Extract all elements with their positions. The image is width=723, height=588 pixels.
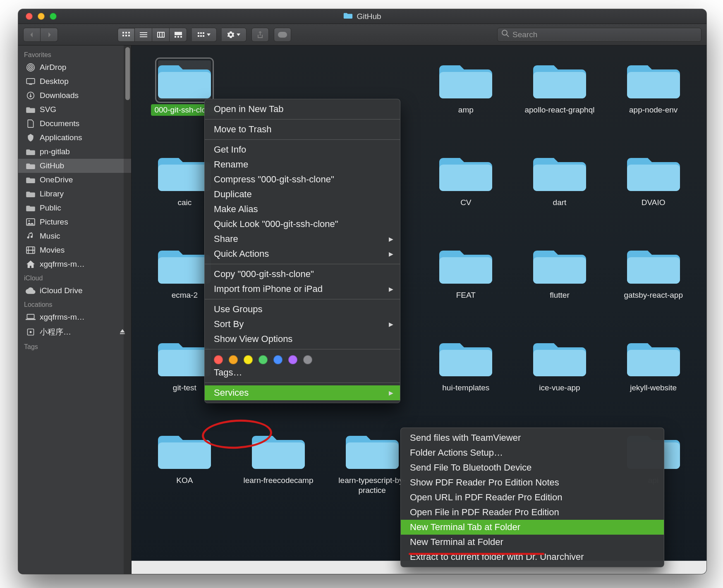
forward-button[interactable] <box>41 28 58 42</box>
tag-color[interactable] <box>259 355 268 364</box>
ctx-separator <box>205 349 400 349</box>
ctx-separator <box>205 382 400 383</box>
ctx-open-new-tab[interactable]: Open in New Tab <box>205 102 400 117</box>
services-item[interactable]: Show PDF Reader Pro Edition Notes <box>401 475 664 490</box>
ctx-get-info[interactable]: Get Info <box>205 142 400 157</box>
folder-item[interactable]: apollo-react-graphql <box>515 58 605 151</box>
tag-color[interactable] <box>303 355 312 364</box>
services-item[interactable]: Send files with TeamViewer <box>401 430 664 445</box>
ctx-import-iphone[interactable]: Import from iPhone or iPad <box>205 282 400 296</box>
folder-item[interactable]: hui-templates <box>421 336 511 428</box>
sidebar-item[interactable]: 小程序… <box>18 324 131 340</box>
sidebar-item[interactable]: Documents <box>18 117 131 131</box>
minimize-window-button[interactable] <box>38 13 45 20</box>
pictures-icon <box>26 218 36 226</box>
tag-color[interactable] <box>273 355 282 364</box>
folder-item[interactable]: app-node-env <box>608 58 698 151</box>
ctx-make-alias[interactable]: Make Alias <box>205 202 400 217</box>
services-item[interactable]: New Terminal at Folder <box>401 535 664 550</box>
icon-view-button[interactable] <box>117 28 135 42</box>
sidebar-scrollbar[interactable] <box>124 45 131 574</box>
sidebar-item[interactable]: xgqfrms-m… <box>18 310 131 324</box>
sidebar-item[interactable]: Downloads <box>18 88 131 103</box>
tags-button[interactable] <box>274 28 291 42</box>
sidebar-item-label: iCloud Drive <box>40 286 82 295</box>
sidebar-item[interactable]: Desktop <box>18 74 131 88</box>
tag-color[interactable] <box>244 355 253 364</box>
close-window-button[interactable] <box>26 13 33 20</box>
search-field[interactable]: Search <box>497 28 701 42</box>
sidebar-item[interactable]: Public <box>18 201 131 215</box>
sidebar-item[interactable]: Library <box>18 187 131 201</box>
folder-item[interactable]: learn-freecodecamp <box>234 428 323 521</box>
folder-item[interactable]: FEAT <box>421 243 511 336</box>
tag-color[interactable] <box>214 355 223 364</box>
folder-label: apollo-react-graphql <box>521 104 598 116</box>
ctx-tags-more[interactable]: Tags… <box>205 365 400 380</box>
folder-item[interactable]: KOA <box>140 428 230 521</box>
column-view-button[interactable] <box>152 28 170 42</box>
sidebar-item[interactable]: xgqfrms-m… <box>18 257 131 271</box>
ctx-compress[interactable]: Compress "000-git-ssh-clone" <box>205 172 400 187</box>
folder-item[interactable]: jekyll-website <box>608 336 698 428</box>
services-item[interactable]: New Terminal Tab at Folder <box>401 520 664 535</box>
services-item[interactable]: Open URL in PDF Reader Pro Edition <box>401 490 664 505</box>
services-item[interactable]: Send File To Bluetooth Device <box>401 460 664 475</box>
ctx-share[interactable]: Share <box>205 232 400 246</box>
arrange-button[interactable] <box>192 28 217 42</box>
folder-item[interactable]: CV <box>421 151 511 243</box>
ctx-duplicate[interactable]: Duplicate <box>205 187 400 202</box>
svg-point-34 <box>30 331 32 333</box>
sidebar-section-title: Locations <box>18 298 131 310</box>
sidebar-item-label: Public <box>40 203 61 213</box>
window-title: GitHub <box>343 12 381 21</box>
ctx-separator <box>205 139 400 140</box>
ctx-quick-actions[interactable]: Quick Actions <box>205 246 400 261</box>
sidebar-item[interactable]: OneDrive <box>18 173 131 187</box>
services-item[interactable]: Extract to current folder with Dr. Unarc… <box>401 550 664 564</box>
svg-rect-6 <box>140 32 147 33</box>
svg-rect-15 <box>200 32 202 34</box>
folder-item[interactable]: dart <box>515 151 605 243</box>
folder-icon <box>252 431 305 471</box>
ctx-use-groups[interactable]: Use Groups <box>205 302 400 317</box>
tag-color[interactable] <box>229 355 238 364</box>
folder-item[interactable]: amp <box>421 58 511 151</box>
svg-rect-11 <box>175 36 176 38</box>
folder-icon <box>439 246 492 285</box>
services-item[interactable]: Open File in PDF Reader Pro Edition <box>401 505 664 520</box>
ctx-quick-look[interactable]: Quick Look "000-git-ssh-clone" <box>205 217 400 232</box>
folder-item[interactable]: ice-vue-app <box>515 336 605 428</box>
sidebar-item[interactable]: Movies <box>18 243 131 257</box>
ctx-separator <box>205 264 400 264</box>
sidebar-item[interactable]: Pictures <box>18 215 131 229</box>
tag-color[interactable] <box>288 355 297 364</box>
sidebar-item[interactable]: AirDrop <box>18 60 131 74</box>
back-button[interactable] <box>23 28 41 42</box>
folder-icon <box>533 338 586 378</box>
scrollbar-thumb[interactable] <box>125 47 130 100</box>
ctx-services[interactable]: Services <box>205 385 400 400</box>
ctx-show-view-options[interactable]: Show View Options <box>205 332 400 347</box>
sidebar-item[interactable]: iCloud Drive <box>18 284 131 298</box>
zoom-window-button[interactable] <box>50 13 57 20</box>
gallery-view-button[interactable] <box>170 28 187 42</box>
sidebar-item[interactable]: Applications <box>18 131 131 145</box>
sidebar-item[interactable]: pn-gitlab <box>18 145 131 159</box>
action-button[interactable] <box>222 28 247 42</box>
folder-item[interactable]: flutter <box>515 243 605 336</box>
sidebar-item-label: xgqfrms-m… <box>40 313 85 322</box>
share-button[interactable] <box>251 28 269 42</box>
services-item[interactable]: Folder Actions Setup… <box>401 445 664 460</box>
ctx-sort-by[interactable]: Sort By <box>205 317 400 332</box>
list-view-button[interactable] <box>135 28 152 42</box>
ctx-copy[interactable]: Copy "000-git-ssh-clone" <box>205 267 400 282</box>
ctx-move-to-trash[interactable]: Move to Trash <box>205 122 400 137</box>
sidebar-item[interactable]: SVG <box>18 103 131 117</box>
folder-item[interactable]: gatsby-react-app <box>608 243 698 336</box>
sidebar-item[interactable]: Music <box>18 229 131 243</box>
home-icon <box>26 260 36 268</box>
ctx-rename[interactable]: Rename <box>205 157 400 172</box>
sidebar-item[interactable]: GitHub <box>18 159 131 173</box>
folder-item[interactable]: DVAIO <box>608 151 698 243</box>
